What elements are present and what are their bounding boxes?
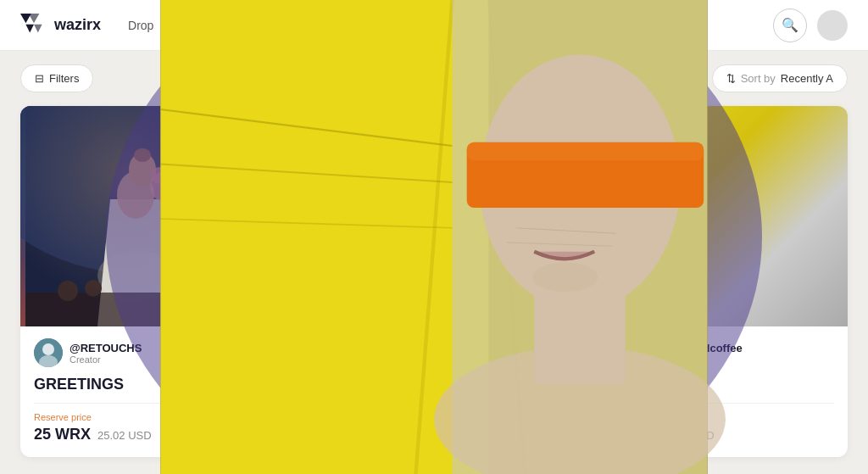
nft-card-3[interactable]: @theunfilteredcoffee Creator - The Blind…: [583, 106, 848, 457]
svg-rect-45: [583, 142, 704, 161]
cards-grid: @RETOUCHS Creator GREETINGS Reserve pric…: [0, 106, 868, 474]
card-image-3: [583, 106, 848, 326]
